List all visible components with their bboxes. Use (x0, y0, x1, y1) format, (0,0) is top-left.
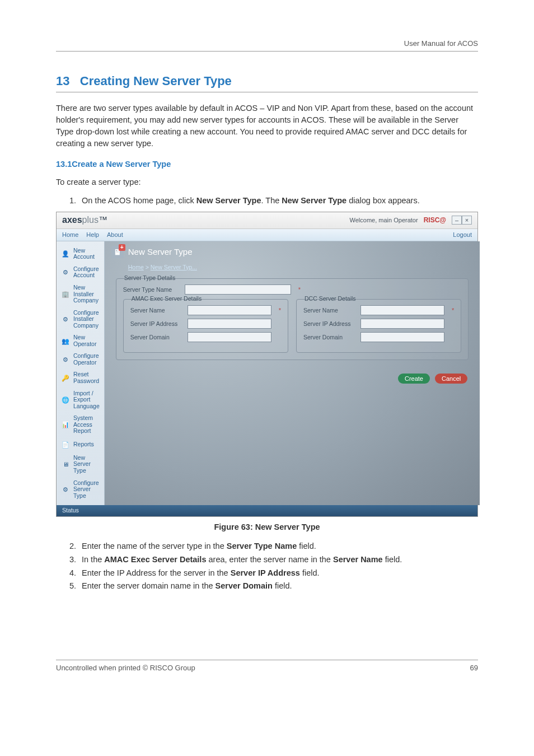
sidebar-item-import-export-language[interactable]: 🌐Import / Export Language (57, 388, 104, 413)
breadcrumb-home[interactable]: Home (128, 264, 144, 270)
menu-help[interactable]: Help (86, 231, 99, 238)
fieldset-server-type-details: Server Type Details Server Type Name * A… (116, 278, 469, 360)
input-amac-ip[interactable] (188, 319, 271, 329)
intro-paragraph: There are two server types available by … (56, 102, 478, 150)
gear-icon: ⚙ (61, 268, 70, 277)
app-menubar: Home Help About Logout (57, 229, 477, 241)
section-underline (56, 92, 478, 92)
subheading: 13.1Create a New Server Type (56, 160, 478, 169)
figure-caption: Figure 63: New Server Type (56, 522, 478, 531)
footer-right: 69 (470, 664, 478, 672)
sidebar-item-new-installer-company[interactable]: 🏢New Installer Company (57, 282, 104, 307)
sidebar-item-reports[interactable]: 📄Reports (57, 437, 104, 452)
sidebar-item-new-operator[interactable]: 👥New Operator (57, 332, 104, 350)
cancel-button[interactable]: Cancel (435, 374, 467, 384)
prelist-line: To create a server type: (56, 176, 478, 188)
legend-outer: Server Type Details (122, 274, 177, 281)
sidebar-item-new-account[interactable]: 👤New Account (57, 245, 104, 263)
label-amac-domain: Server Domain (130, 334, 182, 340)
building-icon: 🏢 (61, 290, 70, 298)
panel-title: New Server Type (128, 247, 193, 256)
gear-icon: ⚙ (61, 485, 70, 494)
page-header-right: User Manual for ACOS (56, 39, 478, 52)
label-dcc-domain: Server Domain (303, 334, 355, 340)
globe-icon: 🌐 (61, 395, 70, 404)
legend-dcc: DCC Server Details (302, 295, 358, 302)
steps-top: On the ACOS home page, click New Server … (78, 195, 478, 207)
input-amac-server-name[interactable] (188, 305, 271, 315)
panel-header-icon: 🖥+ (111, 246, 124, 258)
section-number: 13 (56, 74, 69, 88)
label-server-type-name: Server Type Name (123, 286, 179, 293)
sidebar-item-system-access-report[interactable]: 📊System Access Report (57, 412, 104, 437)
user-icon: 👤 (61, 249, 70, 258)
fieldset-dcc: DCC Server Details Server Name* Server I… (296, 299, 461, 353)
minimize-icon[interactable]: – (452, 216, 462, 225)
document-icon: 📄 (61, 440, 70, 449)
label-amac-server-name: Server Name (130, 307, 182, 314)
sidebar-item-configure-account[interactable]: ⚙Configure Account (57, 263, 104, 282)
menu-about[interactable]: About (107, 231, 123, 238)
screenshot-app-window: axesplus™ Welcome, main Operator RISC@ –… (56, 212, 478, 517)
key-icon: 🔑 (61, 374, 70, 382)
step-5: Enter the server domain name in the Serv… (78, 580, 478, 592)
app-topbar: axesplus™ Welcome, main Operator RISC@ –… (57, 212, 477, 229)
step-4: Enter the IP Address for the server in t… (78, 567, 478, 580)
create-button[interactable]: Create (398, 374, 430, 384)
step-3: In the AMAC Exec Server Details area, en… (78, 554, 478, 566)
gear-icon: ⚙ (61, 315, 70, 324)
app-body: 👤New Account ⚙Configure Account 🏢New Ins… (57, 241, 477, 505)
sidebar-item-configure-installer-company[interactable]: ⚙Configure Installer Company (57, 307, 104, 332)
input-dcc-ip[interactable] (360, 319, 444, 329)
label-amac-ip: Server IP Address (130, 320, 182, 327)
sidebar: 👤New Account ⚙Configure Account 🏢New Ins… (57, 241, 105, 505)
steps-bottom: Enter the name of the server type in the… (78, 540, 478, 592)
input-amac-domain[interactable] (188, 332, 271, 342)
step-1: On the ACOS home page, click New Server … (78, 195, 478, 207)
app-logo: axesplus™ (62, 215, 107, 225)
input-dcc-domain[interactable] (360, 332, 444, 342)
section-title-text: Creating New Server Type (80, 74, 232, 88)
statusbar: Status (57, 505, 477, 516)
gear-icon: ⚙ (61, 355, 70, 364)
welcome-text: Welcome, main Operator (350, 217, 418, 223)
menu-home[interactable]: Home (62, 231, 78, 238)
sidebar-item-new-server-type[interactable]: 🖥New Server Type (57, 452, 104, 477)
label-dcc-server-name: Server Name (303, 307, 355, 314)
input-dcc-server-name[interactable] (360, 305, 444, 315)
close-icon[interactable]: × (462, 216, 472, 225)
panel-header: 🖥+ New Server Type (105, 241, 480, 263)
step-2: Enter the name of the server type in the… (78, 540, 478, 553)
page-footer: Uncontrolled when printed © RISCO Group … (56, 660, 478, 672)
breadcrumb-current[interactable]: New Server Typ... (151, 264, 197, 270)
app-top-right: Welcome, main Operator RISC@ – × (350, 216, 472, 225)
legend-amac: AMAC Exec Server Details (129, 295, 204, 302)
sidebar-item-reset-password[interactable]: 🔑Reset Password (57, 368, 104, 387)
report-icon: 📊 (61, 421, 70, 430)
window-buttons: – × (452, 216, 472, 225)
form-area: Server Type Details Server Type Name * A… (116, 278, 469, 360)
fieldset-amac: AMAC Exec Server Details Server Name* Se… (123, 299, 288, 353)
label-dcc-ip: Server IP Address (303, 320, 355, 327)
required-marker: * (298, 286, 301, 293)
sidebar-item-configure-server-type[interactable]: ⚙Configure Server Type (57, 477, 104, 502)
users-icon: 👥 (61, 337, 70, 346)
content-area: 🖥+ New Server Type Home > New Server Typ… (105, 241, 480, 505)
server-icon: 🖥 (61, 460, 70, 469)
logout-link[interactable]: Logout (453, 231, 472, 238)
button-row: Create Cancel (105, 368, 480, 384)
section-title: 13 Creating New Server Type (56, 74, 478, 88)
risco-logo: RISC@ (424, 216, 446, 224)
row-server-type-name: Server Type Name * (123, 284, 462, 295)
sidebar-item-configure-operator[interactable]: ⚙Configure Operator (57, 350, 104, 368)
input-server-type-name[interactable] (185, 284, 291, 295)
footer-left: Uncontrolled when printed © RISCO Group (56, 664, 195, 672)
